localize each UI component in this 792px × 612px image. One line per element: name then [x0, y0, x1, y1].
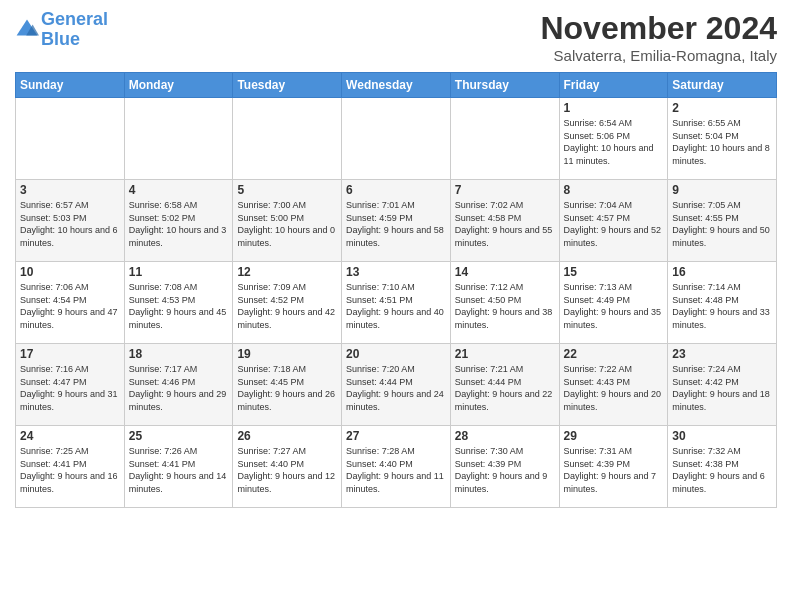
day-number: 13	[346, 265, 446, 279]
day-info: Sunrise: 7:21 AM Sunset: 4:44 PM Dayligh…	[455, 363, 555, 413]
day-info: Sunrise: 7:18 AM Sunset: 4:45 PM Dayligh…	[237, 363, 337, 413]
calendar-cell: 12Sunrise: 7:09 AM Sunset: 4:52 PM Dayli…	[233, 262, 342, 344]
header: General Blue November 2024 Salvaterra, E…	[15, 10, 777, 64]
calendar-cell: 13Sunrise: 7:10 AM Sunset: 4:51 PM Dayli…	[342, 262, 451, 344]
day-info: Sunrise: 7:22 AM Sunset: 4:43 PM Dayligh…	[564, 363, 664, 413]
calendar-cell	[233, 98, 342, 180]
title-section: November 2024 Salvaterra, Emilia-Romagna…	[540, 10, 777, 64]
logo: General Blue	[15, 10, 108, 50]
day-number: 15	[564, 265, 664, 279]
calendar-cell: 18Sunrise: 7:17 AM Sunset: 4:46 PM Dayli…	[124, 344, 233, 426]
day-number: 19	[237, 347, 337, 361]
day-info: Sunrise: 7:02 AM Sunset: 4:58 PM Dayligh…	[455, 199, 555, 249]
day-number: 20	[346, 347, 446, 361]
calendar-body: 1Sunrise: 6:54 AM Sunset: 5:06 PM Daylig…	[16, 98, 777, 508]
day-info: Sunrise: 6:58 AM Sunset: 5:02 PM Dayligh…	[129, 199, 229, 249]
day-info: Sunrise: 7:32 AM Sunset: 4:38 PM Dayligh…	[672, 445, 772, 495]
day-info: Sunrise: 7:26 AM Sunset: 4:41 PM Dayligh…	[129, 445, 229, 495]
header-row: SundayMondayTuesdayWednesdayThursdayFrid…	[16, 73, 777, 98]
day-number: 4	[129, 183, 229, 197]
day-info: Sunrise: 7:27 AM Sunset: 4:40 PM Dayligh…	[237, 445, 337, 495]
day-info: Sunrise: 7:14 AM Sunset: 4:48 PM Dayligh…	[672, 281, 772, 331]
day-number: 7	[455, 183, 555, 197]
calendar-cell: 5Sunrise: 7:00 AM Sunset: 5:00 PM Daylig…	[233, 180, 342, 262]
calendar-cell: 9Sunrise: 7:05 AM Sunset: 4:55 PM Daylig…	[668, 180, 777, 262]
calendar-cell: 14Sunrise: 7:12 AM Sunset: 4:50 PM Dayli…	[450, 262, 559, 344]
day-info: Sunrise: 7:10 AM Sunset: 4:51 PM Dayligh…	[346, 281, 446, 331]
day-header-tuesday: Tuesday	[233, 73, 342, 98]
day-number: 12	[237, 265, 337, 279]
day-number: 24	[20, 429, 120, 443]
day-info: Sunrise: 7:25 AM Sunset: 4:41 PM Dayligh…	[20, 445, 120, 495]
calendar: SundayMondayTuesdayWednesdayThursdayFrid…	[15, 72, 777, 508]
calendar-cell: 26Sunrise: 7:27 AM Sunset: 4:40 PM Dayli…	[233, 426, 342, 508]
calendar-cell: 10Sunrise: 7:06 AM Sunset: 4:54 PM Dayli…	[16, 262, 125, 344]
calendar-cell: 22Sunrise: 7:22 AM Sunset: 4:43 PM Dayli…	[559, 344, 668, 426]
calendar-cell: 4Sunrise: 6:58 AM Sunset: 5:02 PM Daylig…	[124, 180, 233, 262]
day-number: 3	[20, 183, 120, 197]
day-number: 29	[564, 429, 664, 443]
calendar-cell: 11Sunrise: 7:08 AM Sunset: 4:53 PM Dayli…	[124, 262, 233, 344]
day-header-monday: Monday	[124, 73, 233, 98]
day-info: Sunrise: 7:20 AM Sunset: 4:44 PM Dayligh…	[346, 363, 446, 413]
calendar-cell: 16Sunrise: 7:14 AM Sunset: 4:48 PM Dayli…	[668, 262, 777, 344]
day-info: Sunrise: 7:04 AM Sunset: 4:57 PM Dayligh…	[564, 199, 664, 249]
calendar-cell: 1Sunrise: 6:54 AM Sunset: 5:06 PM Daylig…	[559, 98, 668, 180]
day-number: 16	[672, 265, 772, 279]
day-number: 30	[672, 429, 772, 443]
calendar-cell	[450, 98, 559, 180]
week-row-2: 10Sunrise: 7:06 AM Sunset: 4:54 PM Dayli…	[16, 262, 777, 344]
day-number: 10	[20, 265, 120, 279]
calendar-cell: 2Sunrise: 6:55 AM Sunset: 5:04 PM Daylig…	[668, 98, 777, 180]
day-number: 6	[346, 183, 446, 197]
calendar-cell: 7Sunrise: 7:02 AM Sunset: 4:58 PM Daylig…	[450, 180, 559, 262]
day-info: Sunrise: 7:31 AM Sunset: 4:39 PM Dayligh…	[564, 445, 664, 495]
calendar-cell: 25Sunrise: 7:26 AM Sunset: 4:41 PM Dayli…	[124, 426, 233, 508]
calendar-cell: 27Sunrise: 7:28 AM Sunset: 4:40 PM Dayli…	[342, 426, 451, 508]
day-number: 2	[672, 101, 772, 115]
calendar-cell	[124, 98, 233, 180]
day-number: 27	[346, 429, 446, 443]
day-header-sunday: Sunday	[16, 73, 125, 98]
week-row-4: 24Sunrise: 7:25 AM Sunset: 4:41 PM Dayli…	[16, 426, 777, 508]
day-info: Sunrise: 6:54 AM Sunset: 5:06 PM Dayligh…	[564, 117, 664, 167]
day-info: Sunrise: 7:09 AM Sunset: 4:52 PM Dayligh…	[237, 281, 337, 331]
day-info: Sunrise: 7:28 AM Sunset: 4:40 PM Dayligh…	[346, 445, 446, 495]
day-info: Sunrise: 7:08 AM Sunset: 4:53 PM Dayligh…	[129, 281, 229, 331]
day-info: Sunrise: 7:24 AM Sunset: 4:42 PM Dayligh…	[672, 363, 772, 413]
calendar-cell: 24Sunrise: 7:25 AM Sunset: 4:41 PM Dayli…	[16, 426, 125, 508]
day-info: Sunrise: 7:00 AM Sunset: 5:00 PM Dayligh…	[237, 199, 337, 249]
day-number: 5	[237, 183, 337, 197]
week-row-1: 3Sunrise: 6:57 AM Sunset: 5:03 PM Daylig…	[16, 180, 777, 262]
day-number: 9	[672, 183, 772, 197]
day-number: 22	[564, 347, 664, 361]
calendar-cell: 3Sunrise: 6:57 AM Sunset: 5:03 PM Daylig…	[16, 180, 125, 262]
day-number: 26	[237, 429, 337, 443]
day-info: Sunrise: 6:55 AM Sunset: 5:04 PM Dayligh…	[672, 117, 772, 167]
day-number: 17	[20, 347, 120, 361]
day-number: 28	[455, 429, 555, 443]
day-info: Sunrise: 7:30 AM Sunset: 4:39 PM Dayligh…	[455, 445, 555, 495]
calendar-cell: 30Sunrise: 7:32 AM Sunset: 4:38 PM Dayli…	[668, 426, 777, 508]
day-header-saturday: Saturday	[668, 73, 777, 98]
day-number: 8	[564, 183, 664, 197]
calendar-cell: 6Sunrise: 7:01 AM Sunset: 4:59 PM Daylig…	[342, 180, 451, 262]
day-number: 18	[129, 347, 229, 361]
logo-icon	[15, 18, 39, 42]
calendar-cell	[16, 98, 125, 180]
day-number: 21	[455, 347, 555, 361]
day-info: Sunrise: 7:01 AM Sunset: 4:59 PM Dayligh…	[346, 199, 446, 249]
logo-line1: General	[41, 9, 108, 29]
day-info: Sunrise: 7:16 AM Sunset: 4:47 PM Dayligh…	[20, 363, 120, 413]
calendar-cell: 17Sunrise: 7:16 AM Sunset: 4:47 PM Dayli…	[16, 344, 125, 426]
page: General Blue November 2024 Salvaterra, E…	[0, 0, 792, 612]
day-info: Sunrise: 6:57 AM Sunset: 5:03 PM Dayligh…	[20, 199, 120, 249]
calendar-cell: 20Sunrise: 7:20 AM Sunset: 4:44 PM Dayli…	[342, 344, 451, 426]
day-info: Sunrise: 7:05 AM Sunset: 4:55 PM Dayligh…	[672, 199, 772, 249]
location: Salvaterra, Emilia-Romagna, Italy	[540, 47, 777, 64]
week-row-0: 1Sunrise: 6:54 AM Sunset: 5:06 PM Daylig…	[16, 98, 777, 180]
day-info: Sunrise: 7:13 AM Sunset: 4:49 PM Dayligh…	[564, 281, 664, 331]
calendar-cell: 28Sunrise: 7:30 AM Sunset: 4:39 PM Dayli…	[450, 426, 559, 508]
day-header-wednesday: Wednesday	[342, 73, 451, 98]
day-number: 25	[129, 429, 229, 443]
